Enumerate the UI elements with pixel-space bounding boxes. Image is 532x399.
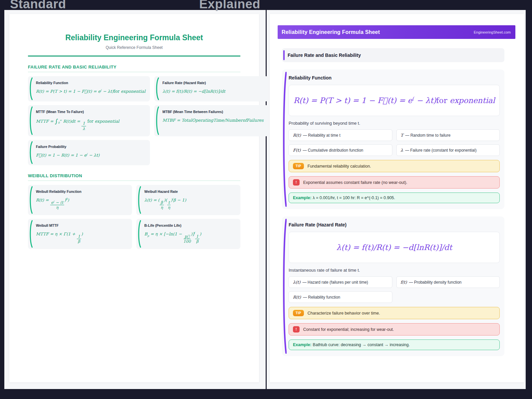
- variable-grid: R(t) — Reliability at time t T — Random …: [289, 129, 500, 156]
- formula-description: Probability of surviving beyond time t.: [289, 121, 500, 126]
- explained-card-failure-rate: Failure Rate (Hazard Rate) λ(t) = f(t)/R…: [282, 216, 504, 356]
- sheet-header-title: Reliability Engineering Formula Sheet: [282, 29, 380, 35]
- example-note: Example:Bathtub curve: decreasing → cons…: [289, 339, 500, 350]
- variable-meaning: — Hazard rate (failures per unit time): [303, 280, 368, 285]
- formula-display-box: λ(t) = f(t)/R(t) = −d[lnR(t)]/dt: [289, 232, 500, 263]
- tip-badge: TIP: [293, 163, 304, 169]
- example-label: Example:: [293, 196, 312, 200]
- formula: λ(t) = f(t)/R(t) = −d[lnR(t)]/dt: [336, 243, 452, 252]
- standard-page: Reliability Engineering Formula Sheet Qu…: [9, 14, 259, 382]
- variable-chip: R(t) — Reliability function: [289, 291, 392, 303]
- explained-card-reliability-function: Reliability Function R(t) = P(T > t) = 1…: [282, 69, 504, 209]
- card-failure-rate: Failure Rate (Hazard Rate) λ(t) = f(t)/R…: [154, 76, 268, 101]
- card-mtbf: MTBF (Mean Time Between Failures) MTBF =…: [154, 105, 268, 136]
- tip-badge: TIP: [293, 310, 304, 316]
- formula-display-box: R(t) = P(T > t) = 1 − F⃗(t) = e( − λt)fo…: [289, 85, 500, 116]
- formula-description: Instantaneous rate of failure at time t.: [289, 268, 500, 273]
- section-heading-box: Failure Rate and Basic Reliability: [282, 48, 504, 62]
- explained-content: Failure Rate and Basic Reliability Relia…: [282, 48, 504, 356]
- left-bracket-icon: [29, 106, 33, 135]
- formula-card-title: MTTF (Mean Time To Failure): [36, 110, 145, 114]
- variable-meaning: — Reliability at time t: [303, 133, 340, 138]
- sheet-header-bar: Reliability Engineering Formula Sheet En…: [278, 25, 515, 39]
- left-bracket-icon: [137, 220, 141, 248]
- formula-card-title: Weibull MTTF: [36, 223, 127, 227]
- variable-symbol: F(t): [293, 148, 301, 153]
- variable-symbol: R(t): [293, 133, 301, 138]
- variable-meaning: — Failure rate (constant for exponential…: [405, 148, 476, 153]
- variable-chip: λ(t) — Hazard rate (failures per unit ti…: [289, 276, 392, 288]
- left-bracket-icon: [155, 77, 159, 100]
- page-subtitle: Quick Reference Formula Sheet: [28, 45, 240, 50]
- tip-text: Fundamental reliability calculation.: [308, 164, 371, 169]
- variable-symbol: λ: [401, 148, 403, 153]
- explained-card-title: Reliability Function: [289, 75, 500, 80]
- tip-text: Characterize failure behavior over time.: [308, 311, 380, 316]
- standard-version-label: Standard: [10, 0, 66, 11]
- example-note: Example:λ = 0.001/hr, t = 100 hr: R = e^…: [289, 193, 500, 203]
- explained-version-label: Explained: [199, 0, 260, 11]
- section-heading-failure-rate: FAILURE RATE AND BASIC RELIABILITY: [28, 65, 240, 72]
- left-bracket-icon: [282, 70, 287, 208]
- card-reliability-function: Reliability Function R(t) = P(T > t) = 1…: [28, 76, 150, 101]
- card-mttf: MTTF (Mean Time To Failure) MTTF = ∫0∞ R…: [28, 105, 150, 136]
- formula-card-grid: Weibull Reliability Function R(t) = e( −…: [28, 185, 240, 249]
- variable-symbol: R(t): [293, 295, 301, 300]
- variable-meaning: — Cumulative distribution function: [303, 148, 363, 153]
- title-divider: [28, 56, 240, 57]
- formula-card-title: Failure Probability: [36, 145, 145, 149]
- formula-card-title: MTBF (Mean Time Between Failures): [162, 110, 263, 114]
- explained-card-title: Failure Rate (Hazard Rate): [289, 222, 500, 227]
- warning-note: ! Constant for exponential; increasing f…: [289, 323, 500, 335]
- variable-meaning: — Random time to failure: [405, 133, 451, 138]
- formula: MTTF = ∫0∞ R(t)dt = 1λ for exponential: [36, 118, 145, 131]
- left-bracket-icon: [29, 220, 33, 248]
- explained-page: Reliability Engineering Formula Sheet En…: [270, 14, 524, 382]
- variable-symbol: f(t): [401, 280, 407, 285]
- card-weibull-reliability: Weibull Reliability Function R(t) = e( −…: [28, 185, 132, 215]
- variable-grid: λ(t) — Hazard rate (failures per unit ti…: [289, 276, 500, 303]
- variable-chip: F(t) — Cumulative distribution function: [289, 144, 392, 156]
- formula: F⃗(t) = 1 − R(t) = 1 − e( − λt): [36, 153, 145, 158]
- formula-card-title: Weibull Reliability Function: [36, 190, 127, 194]
- card-failure-probability: Failure Probability F⃗(t) = 1 − R(t) = 1…: [28, 140, 150, 165]
- warning-note: ! Exponential assumes constant failure r…: [289, 176, 500, 189]
- warning-badge-icon: !: [293, 179, 300, 186]
- card-b-life: B-Life (Percentile Life) Bp = η × [−ln(1…: [136, 219, 240, 249]
- example-text: Bathtub curve: decreasing → constant → i…: [313, 342, 410, 347]
- formula: R(t) = P(T > t) = 1 − F⃗(t) = e( − λt)fo…: [293, 96, 495, 105]
- formula-card-title: Weibull Hazard Rate: [144, 190, 236, 194]
- example-label: Example:: [293, 342, 312, 347]
- formula-card-title: Reliability Function: [36, 81, 145, 85]
- card-weibull-mttf: Weibull MTTF MTTF = η × Γ(1 + 1β): [28, 219, 132, 249]
- formula-card-grid: Reliability Function R(t) = P(T > t) = 1…: [28, 76, 240, 165]
- variable-meaning: — Probability density function: [409, 280, 462, 285]
- example-text: λ = 0.001/hr, t = 100 hr: R = e^(-0.1) =…: [313, 196, 395, 200]
- formula: R(t) = e( − (tη)β): [36, 198, 127, 210]
- panels-row: Reliability Engineering Formula Sheet Qu…: [4, 10, 526, 389]
- variable-chip: R(t) — Reliability at time t: [289, 129, 392, 141]
- variable-chip: f(t) — Probability density function: [396, 276, 500, 288]
- section-heading-weibull: WEIBULL DISTRIBUTION: [28, 173, 240, 181]
- tip-note: TIP Fundamental reliability calculation.: [289, 160, 500, 172]
- standard-panel: Reliability Engineering Formula Sheet Qu…: [4, 10, 266, 389]
- formula: λ(t) = (βη)(tη)(β − 1): [144, 198, 236, 210]
- variable-symbol: T: [401, 133, 403, 138]
- explained-panel: Reliability Engineering Formula Sheet En…: [267, 10, 526, 389]
- formula: λ(t) = f(t)/R(t) = −d[lnR(t)]/dt: [162, 89, 263, 94]
- left-bracket-icon: [29, 186, 33, 214]
- formula-card-title: B-Life (Percentile Life): [144, 223, 236, 227]
- page-title: Reliability Engineering Formula Sheet: [28, 33, 240, 42]
- formula: MTTF = η × Γ(1 + 1β): [36, 231, 127, 244]
- left-bracket-icon: [29, 141, 33, 164]
- formula: R(t) = P(T > t) = 1 − F⃗(t) = e( − λt)fo…: [36, 89, 145, 94]
- warning-text: Exponential assumes constant failure rat…: [303, 180, 407, 185]
- left-bracket-icon: [137, 186, 141, 214]
- formula: MTBF = TotalOperatingTime/NumberofFailur…: [162, 118, 263, 123]
- left-bracket-icon: [282, 217, 287, 355]
- variable-meaning: — Reliability function: [303, 295, 340, 300]
- warning-badge-icon: !: [293, 326, 300, 332]
- variable-chip: T — Random time to failure: [396, 129, 500, 141]
- warning-text: Constant for exponential; increasing for…: [303, 327, 394, 332]
- card-weibull-hazard: Weibull Hazard Rate λ(t) = (βη)(tη)(β − …: [136, 185, 240, 215]
